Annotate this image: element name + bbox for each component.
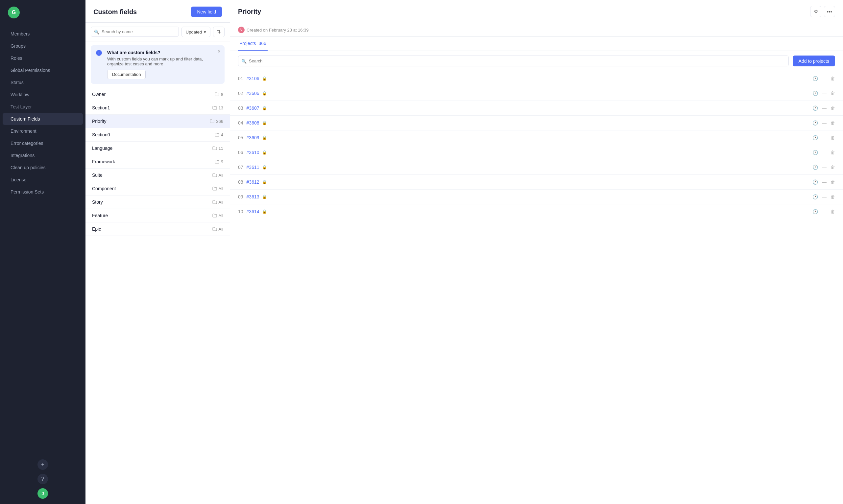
field-row[interactable]: Language 11 (86, 142, 230, 155)
history-icon[interactable]: 🕐 (812, 165, 818, 170)
sidebar-item-custom-fields[interactable]: Custom Fields (3, 113, 83, 125)
projects-list: 01 #3106 🔒 🕐 — 🗑 02 #3606 🔒 🕐 — 🗑 03 (230, 71, 843, 504)
add-workspace-button[interactable]: + (37, 459, 48, 470)
delete-icon[interactable]: 🗑 (830, 194, 835, 199)
lock-icon: 🔒 (262, 121, 267, 125)
field-row[interactable]: Framework 9 (86, 155, 230, 168)
sidebar-item-integrations[interactable]: Integrations (3, 149, 83, 161)
dash-separator: — (822, 150, 827, 155)
history-icon[interactable]: 🕐 (812, 76, 818, 81)
help-button[interactable]: ? (37, 474, 48, 484)
history-icon[interactable]: 🕐 (812, 120, 818, 126)
documentation-button[interactable]: Documentation (107, 70, 146, 79)
lock-icon: 🔒 (262, 106, 267, 110)
sidebar-bottom: + ? J (0, 454, 86, 504)
sidebar-item-workflow[interactable]: Workflow (3, 89, 83, 101)
project-id[interactable]: #3610 (247, 150, 259, 155)
field-name: Epic (92, 227, 101, 232)
new-field-button[interactable]: New field (191, 6, 222, 17)
field-row[interactable]: Feature All (86, 209, 230, 222)
project-id[interactable]: #3609 (247, 135, 259, 140)
history-icon[interactable]: 🕐 (812, 179, 818, 185)
sidebar: G MembersGroupsRolesGlobal PermissionsSt… (0, 0, 86, 504)
field-row[interactable]: Epic All (86, 222, 230, 236)
table-row: 03 #3607 🔒 🕐 — 🗑 (230, 101, 843, 116)
field-row[interactable]: Section0 4 (86, 128, 230, 142)
search-input[interactable] (91, 26, 179, 37)
field-name: Owner (92, 92, 106, 97)
project-id[interactable]: #3614 (247, 209, 259, 214)
sidebar-item-license[interactable]: License (3, 174, 83, 186)
history-icon[interactable]: 🕐 (812, 106, 818, 111)
tab-projects[interactable]: Projects 366 (238, 37, 268, 51)
history-icon[interactable]: 🕐 (812, 194, 818, 199)
delete-icon[interactable]: 🗑 (830, 179, 835, 185)
project-num: 01 (238, 76, 243, 81)
history-icon[interactable]: 🕐 (812, 150, 818, 155)
delete-icon[interactable]: 🗑 (830, 209, 835, 214)
user-avatar[interactable]: J (37, 488, 48, 499)
field-name: Section0 (92, 132, 110, 137)
search-icon: 🔍 (94, 30, 99, 35)
project-actions: 🕐 — 🗑 (812, 194, 835, 199)
project-left: 07 #3611 🔒 (238, 165, 267, 170)
close-icon[interactable]: × (218, 49, 221, 55)
sidebar-item-permission-sets[interactable]: Permission Sets (3, 186, 83, 198)
filter-button[interactable]: ⇅ (213, 26, 225, 37)
tab-projects-count: 366 (259, 41, 266, 46)
gear-icon: ⚙ (814, 8, 818, 15)
project-num: 04 (238, 120, 243, 126)
delete-icon[interactable]: 🗑 (830, 135, 835, 140)
dash-separator: — (822, 165, 827, 170)
project-id[interactable]: #3606 (247, 91, 259, 96)
project-left: 10 #3614 🔒 (238, 209, 267, 214)
field-count: All (212, 213, 223, 218)
field-row[interactable]: Component All (86, 182, 230, 196)
delete-icon[interactable]: 🗑 (830, 165, 835, 170)
delete-icon[interactable]: 🗑 (830, 106, 835, 111)
project-id[interactable]: #3613 (247, 194, 259, 199)
project-id[interactable]: #3608 (247, 120, 259, 126)
sidebar-item-clean-up-policies[interactable]: Clean up policies (3, 162, 83, 174)
project-num: 08 (238, 179, 243, 185)
project-id[interactable]: #3611 (247, 165, 259, 170)
sidebar-item-error-categories[interactable]: Error categories (3, 137, 83, 149)
history-icon[interactable]: 🕐 (812, 209, 818, 214)
project-id[interactable]: #3106 (247, 76, 259, 81)
sidebar-item-environment[interactable]: Environment (3, 125, 83, 137)
more-options-button[interactable]: ••• (824, 6, 835, 17)
settings-button[interactable]: ⚙ (810, 6, 821, 17)
field-row[interactable]: Story All (86, 196, 230, 209)
chevron-down-icon: ▾ (204, 30, 206, 35)
sidebar-item-roles[interactable]: Roles (3, 52, 83, 64)
folder-icon (215, 92, 219, 96)
dash-separator: — (822, 91, 827, 96)
delete-icon[interactable]: 🗑 (830, 120, 835, 126)
project-id[interactable]: #3612 (247, 179, 259, 185)
sidebar-item-status[interactable]: Status (3, 76, 83, 88)
delete-icon[interactable]: 🗑 (830, 91, 835, 96)
project-id[interactable]: #3607 (247, 106, 259, 111)
sidebar-item-groups[interactable]: Groups (3, 40, 83, 52)
sidebar-item-test-layer[interactable]: Test Layer (3, 101, 83, 113)
logo-icon[interactable]: G (8, 6, 20, 18)
field-row[interactable]: Suite All (86, 168, 230, 182)
field-count: 8 (215, 92, 223, 97)
sidebar-item-global-permissions[interactable]: Global Permissions (3, 65, 83, 76)
project-actions: 🕐 — 🗑 (812, 150, 835, 155)
field-row[interactable]: Owner 8 (86, 88, 230, 101)
add-to-projects-button[interactable]: Add to projects (793, 55, 835, 66)
field-row[interactable]: Section1 13 (86, 101, 230, 115)
sidebar-item-members[interactable]: Members (3, 28, 83, 40)
field-count: All (212, 186, 223, 191)
field-row[interactable]: Priority 366 (86, 115, 230, 128)
projects-search-input[interactable] (238, 55, 789, 66)
sort-button[interactable]: Updated ▾ (181, 26, 210, 37)
history-icon[interactable]: 🕐 (812, 91, 818, 96)
dash-separator: — (822, 76, 827, 81)
field-name: Section1 (92, 105, 110, 110)
history-icon[interactable]: 🕐 (812, 135, 818, 140)
dash-separator: — (822, 194, 827, 199)
delete-icon[interactable]: 🗑 (830, 150, 835, 155)
delete-icon[interactable]: 🗑 (830, 76, 835, 81)
